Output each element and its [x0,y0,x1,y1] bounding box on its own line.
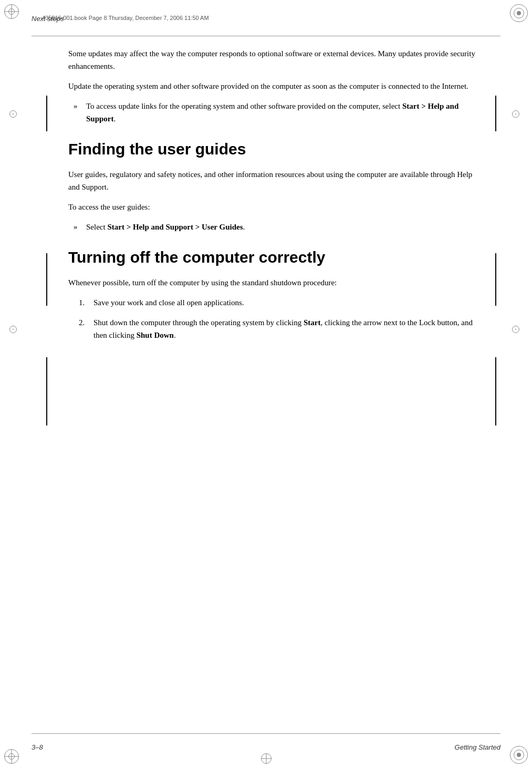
side-mark-left-middle [9,326,20,336]
page-footer: 3–8 Getting Started [32,743,500,751]
section1-heading: Finding the user guides [68,140,479,159]
main-content: Some updates may affect the way the comp… [68,47,479,349]
section1-para-2: To access the user guides: [68,201,479,213]
item2-text-before: Shut down the computer through the opera… [93,318,304,327]
side-mark-left-upper [9,110,20,121]
side-mark-right-upper [512,110,523,121]
item1-text: Save your work and close all open applic… [93,296,479,309]
numbered-list: 1. Save your work and close all open app… [79,296,479,341]
section-label: Next steps [32,15,64,23]
section1-para-1: User guides, regulatory and safety notic… [68,168,479,193]
left-bar-section2 [46,357,47,425]
bullet-text-before-1: To access update links for the operating… [86,102,402,110]
bullet-text-1: To access update links for the operating… [86,100,479,125]
intro-para-1: Some updates may affect the way the comp… [68,47,479,72]
header-divider [32,36,500,36]
reg-mark-top-right [510,4,528,22]
section1-bullet: » Select Start > Help and Support > User… [68,221,479,233]
section2-intro: Whenever possible, turn off the computer… [68,276,479,289]
section1-bullet-after: . [243,223,245,231]
item1-number: 1. [79,296,93,309]
bullet-text-after-1: . [114,115,116,123]
page: 435816-001.book Page 8 Thursday, Decembe… [0,0,532,768]
right-bar-section2 [495,357,496,425]
item2-bold2: Shut Down [137,331,174,339]
item2-text-after: . [174,331,176,339]
intro-para-2: Update the operating system and other so… [68,80,479,92]
section1-bullet-symbol: » [74,221,86,233]
footer-divider [32,733,500,734]
book-title: Getting Started [455,743,500,751]
numbered-item-1: 1. Save your work and close all open app… [79,296,479,309]
bullet-item-1: » To access update links for the operati… [68,100,479,125]
section2-heading: Turning off the computer correctly [68,248,479,267]
right-bar-upper [495,96,496,131]
bullet-symbol-1: » [74,100,86,125]
page-number: 3–8 [32,743,43,751]
reg-mark-top-left [4,4,19,19]
left-bar-section1 [46,253,47,306]
item2-number: 2. [79,316,93,341]
section1-bullet-text: Select Start > Help and Support > User G… [86,221,479,233]
right-bar-section1 [495,253,496,306]
item2-bold1: Start [304,318,321,327]
reg-mark-bottom-right [510,746,528,764]
page-header: Next steps [32,15,500,23]
reg-mark-bottom-middle [261,753,272,764]
item2-text: Shut down the computer through the opera… [93,316,479,341]
side-mark-right-middle [512,326,523,336]
section1-bullet-before: Select [86,223,107,231]
numbered-item-2: 2. Shut down the computer through the op… [79,316,479,341]
left-bar-upper [46,96,47,131]
reg-mark-bottom-left [4,749,19,764]
section1-bullet-bold: Start > Help and Support > User Guides [107,223,243,231]
